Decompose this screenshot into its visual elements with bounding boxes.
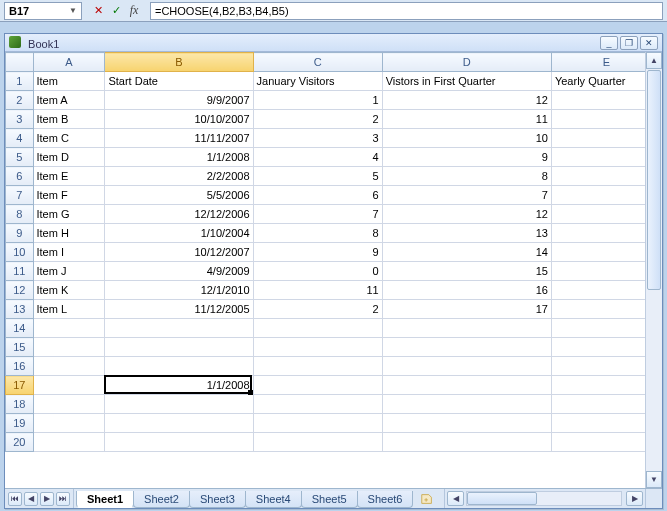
cell-A18[interactable]: [33, 395, 105, 414]
cell-B14[interactable]: [105, 319, 253, 338]
cell-C20[interactable]: [253, 433, 382, 452]
row-header-14[interactable]: 14: [6, 319, 34, 338]
cell-C14[interactable]: [253, 319, 382, 338]
tab-last-button[interactable]: ⏭: [56, 492, 70, 506]
name-box[interactable]: B17 ▼: [4, 2, 82, 20]
cell-B20[interactable]: [105, 433, 253, 452]
cell-C16[interactable]: [253, 357, 382, 376]
cell-C12[interactable]: 11: [253, 281, 382, 300]
sheet-tab-sheet4[interactable]: Sheet4: [245, 491, 302, 508]
cell-C4[interactable]: 3: [253, 129, 382, 148]
cell-A17[interactable]: [33, 376, 105, 395]
cell-B16[interactable]: [105, 357, 253, 376]
row-header-18[interactable]: 18: [6, 395, 34, 414]
col-header-C[interactable]: C: [253, 53, 382, 72]
cell-C6[interactable]: 5: [253, 167, 382, 186]
cell-B4[interactable]: 11/11/2007: [105, 129, 253, 148]
cell-C8[interactable]: 7: [253, 205, 382, 224]
cell-C1[interactable]: January Visitors: [253, 72, 382, 91]
cell-A15[interactable]: [33, 338, 105, 357]
cell-A4[interactable]: Item C: [33, 129, 105, 148]
cell-B19[interactable]: [105, 414, 253, 433]
cell-A10[interactable]: Item I: [33, 243, 105, 262]
cell-D12[interactable]: 16: [382, 281, 551, 300]
col-header-A[interactable]: A: [33, 53, 105, 72]
row-header-9[interactable]: 9: [6, 224, 34, 243]
cell-C5[interactable]: 4: [253, 148, 382, 167]
accept-icon[interactable]: ✓: [108, 3, 124, 19]
cell-D4[interactable]: 10: [382, 129, 551, 148]
sheet-tab-sheet1[interactable]: Sheet1: [76, 491, 134, 508]
cell-B6[interactable]: 2/2/2008: [105, 167, 253, 186]
cell-C10[interactable]: 9: [253, 243, 382, 262]
tab-prev-button[interactable]: ◀: [24, 492, 38, 506]
vertical-scroll-thumb[interactable]: [647, 70, 661, 290]
cell-A13[interactable]: Item L: [33, 300, 105, 319]
scroll-up-button[interactable]: ▲: [646, 52, 662, 69]
cell-C18[interactable]: [253, 395, 382, 414]
row-header-1[interactable]: 1: [6, 72, 34, 91]
cell-A6[interactable]: Item E: [33, 167, 105, 186]
fx-icon[interactable]: fx: [126, 3, 142, 19]
cell-B8[interactable]: 12/12/2006: [105, 205, 253, 224]
cell-D19[interactable]: [382, 414, 551, 433]
cell-C11[interactable]: 0: [253, 262, 382, 281]
scroll-right-button[interactable]: ▶: [626, 491, 643, 506]
close-button[interactable]: ✕: [640, 36, 658, 50]
cell-C3[interactable]: 2: [253, 110, 382, 129]
cell-B7[interactable]: 5/5/2006: [105, 186, 253, 205]
cell-A2[interactable]: Item A: [33, 91, 105, 110]
cell-A5[interactable]: Item D: [33, 148, 105, 167]
row-header-6[interactable]: 6: [6, 167, 34, 186]
cell-D1[interactable]: Vistors in First Quarter: [382, 72, 551, 91]
cell-B13[interactable]: 11/12/2005: [105, 300, 253, 319]
name-box-dropdown-icon[interactable]: ▼: [69, 6, 77, 15]
cell-C2[interactable]: 1: [253, 91, 382, 110]
cell-B15[interactable]: [105, 338, 253, 357]
vertical-scrollbar[interactable]: ▲ ▼: [645, 52, 662, 488]
spreadsheet-grid[interactable]: ABCDE1ItemStart DateJanuary VisitorsVist…: [5, 52, 662, 452]
cell-D15[interactable]: [382, 338, 551, 357]
sheet-tab-sheet5[interactable]: Sheet5: [301, 491, 358, 508]
cell-D11[interactable]: 15: [382, 262, 551, 281]
cell-B5[interactable]: 1/1/2008: [105, 148, 253, 167]
cell-D3[interactable]: 11: [382, 110, 551, 129]
formula-input[interactable]: =CHOOSE(4,B2,B3,B4,B5): [150, 2, 663, 20]
row-header-17[interactable]: 17: [6, 376, 34, 395]
tab-next-button[interactable]: ▶: [40, 492, 54, 506]
cell-A14[interactable]: [33, 319, 105, 338]
cell-D5[interactable]: 9: [382, 148, 551, 167]
cell-C7[interactable]: 6: [253, 186, 382, 205]
cell-D6[interactable]: 8: [382, 167, 551, 186]
row-header-15[interactable]: 15: [6, 338, 34, 357]
cell-B10[interactable]: 10/12/2007: [105, 243, 253, 262]
row-header-8[interactable]: 8: [6, 205, 34, 224]
cancel-icon[interactable]: ✕: [90, 3, 106, 19]
cell-D8[interactable]: 12: [382, 205, 551, 224]
cell-A9[interactable]: Item H: [33, 224, 105, 243]
cell-D16[interactable]: [382, 357, 551, 376]
scroll-down-button[interactable]: ▼: [646, 471, 662, 488]
row-header-4[interactable]: 4: [6, 129, 34, 148]
row-header-5[interactable]: 5: [6, 148, 34, 167]
cell-C13[interactable]: 2: [253, 300, 382, 319]
cell-D18[interactable]: [382, 395, 551, 414]
horizontal-scrollbar[interactable]: ◀ ▶: [444, 489, 645, 508]
cell-A3[interactable]: Item B: [33, 110, 105, 129]
cell-D10[interactable]: 14: [382, 243, 551, 262]
row-header-2[interactable]: 2: [6, 91, 34, 110]
cell-B3[interactable]: 10/10/2007: [105, 110, 253, 129]
cell-D13[interactable]: 17: [382, 300, 551, 319]
tab-first-button[interactable]: ⏮: [8, 492, 22, 506]
cell-B1[interactable]: Start Date: [105, 72, 253, 91]
cell-A8[interactable]: Item G: [33, 205, 105, 224]
sheet-tab-sheet6[interactable]: Sheet6: [357, 491, 414, 508]
new-sheet-button[interactable]: [416, 489, 438, 508]
cell-C9[interactable]: 8: [253, 224, 382, 243]
row-header-3[interactable]: 3: [6, 110, 34, 129]
cell-A11[interactable]: Item J: [33, 262, 105, 281]
cell-B2[interactable]: 9/9/2007: [105, 91, 253, 110]
cell-A19[interactable]: [33, 414, 105, 433]
col-header-B[interactable]: B: [105, 53, 253, 72]
cell-B11[interactable]: 4/9/2009: [105, 262, 253, 281]
